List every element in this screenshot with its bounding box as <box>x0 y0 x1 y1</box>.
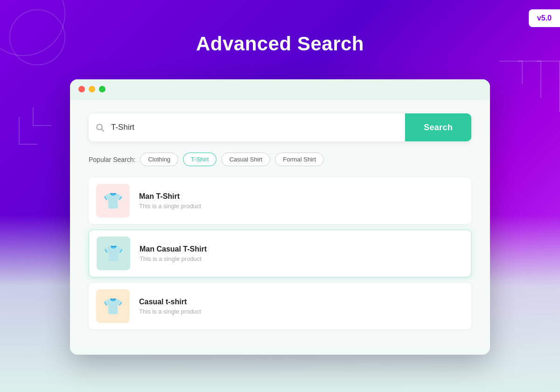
search-input[interactable] <box>111 114 405 140</box>
traffic-dot-maximize[interactable] <box>99 86 105 92</box>
popular-search-label: Popular Search: <box>89 156 135 163</box>
popular-tag-tshirt[interactable]: T-Shirt <box>183 153 217 166</box>
result-item-man-tshirt[interactable]: 👕 Man T-Shirt This is a single product <box>89 177 471 224</box>
browser-titlebar <box>70 79 490 99</box>
product-thumb-man-tshirt: 👕 <box>96 184 130 217</box>
bg-step-right-3 <box>537 61 560 112</box>
tshirt-icon-red: 👕 <box>103 191 123 210</box>
product-thumb-man-casual-tshirt: 👕 <box>97 237 130 270</box>
product-info-man-casual-tshirt: Man Casual T-Shirt This is a single prod… <box>140 245 463 262</box>
product-info-man-tshirt: Man T-Shirt This is a single product <box>139 192 464 210</box>
tshirt-icon-teal: 👕 <box>104 244 123 263</box>
browser-window: Search Popular Search: Clothing T-Shirt … <box>70 79 490 355</box>
bg-step-left-2 <box>19 117 37 145</box>
version-badge: v5.0 <box>529 9 560 27</box>
traffic-dot-minimize[interactable] <box>89 86 95 92</box>
browser-content: Search Popular Search: Clothing T-Shirt … <box>70 99 490 349</box>
product-desc-man-casual-tshirt: This is a single product <box>140 255 463 262</box>
product-info-casual-tshirt: Casual t-shirt This is a single product <box>139 298 464 315</box>
results-list: 👕 Man T-Shirt This is a single product 👕… <box>89 177 471 335</box>
search-button[interactable]: Search <box>405 113 471 141</box>
popular-tag-clothing[interactable]: Clothing <box>140 153 178 166</box>
tshirt-icon-orange: 👕 <box>103 297 123 315</box>
page-title: Advanced Search <box>0 33 560 55</box>
product-name-casual-tshirt: Casual t-shirt <box>139 298 464 306</box>
search-icon-wrap <box>89 123 111 132</box>
product-name-man-tshirt: Man T-Shirt <box>139 192 464 201</box>
search-bar: Search <box>89 113 471 141</box>
product-desc-casual-tshirt: This is a single product <box>139 308 464 315</box>
popular-tag-formal-shirt[interactable]: Formal Shirt <box>275 153 324 166</box>
svg-line-1 <box>102 129 104 132</box>
product-desc-man-tshirt: This is a single product <box>139 203 464 210</box>
search-icon <box>95 123 105 132</box>
result-item-man-casual-tshirt[interactable]: 👕 Man Casual T-Shirt This is a single pr… <box>89 230 471 277</box>
result-item-casual-tshirt[interactable]: 👕 Casual t-shirt This is a single produc… <box>89 283 471 329</box>
traffic-dot-close[interactable] <box>78 86 85 92</box>
popular-tag-casual-shirt[interactable]: Casual Shirt <box>221 153 270 166</box>
popular-search-row: Popular Search: Clothing T-Shirt Casual … <box>89 153 471 166</box>
product-name-man-casual-tshirt: Man Casual T-Shirt <box>140 245 463 253</box>
product-thumb-casual-tshirt: 👕 <box>96 289 130 323</box>
